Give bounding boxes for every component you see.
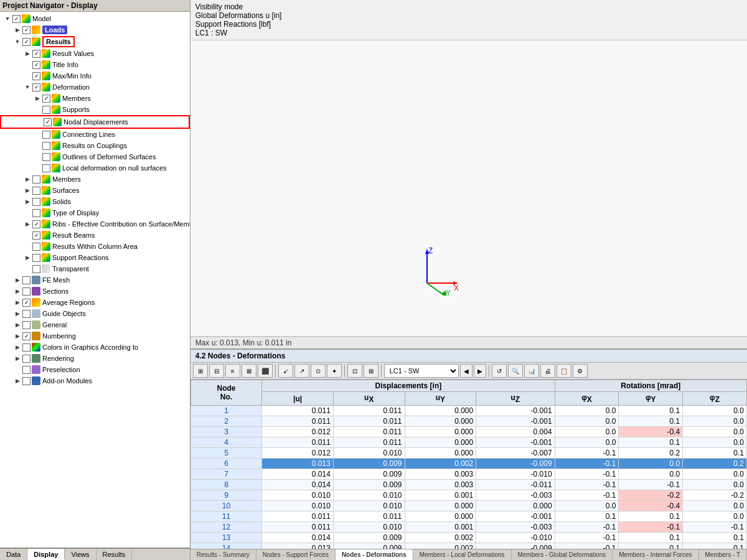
checkbox-guide-objects[interactable]	[22, 310, 31, 318]
nav-prev[interactable]: ◀	[460, 364, 472, 378]
tab-members-internal[interactable]: Members - Internal Forces	[613, 549, 698, 560]
toolbar-btn-settings[interactable]: ⚙	[573, 364, 588, 378]
checkbox-results[interactable]	[22, 38, 31, 46]
nav-next[interactable]: ▶	[474, 364, 486, 378]
checkbox-nodal-disp[interactable]	[44, 118, 52, 126]
tree-item-type-display[interactable]: Type of Display	[0, 207, 190, 218]
toolbar-btn-6[interactable]: ↙	[278, 364, 293, 378]
checkbox-connecting[interactable]	[42, 131, 50, 139]
tree-item-result-beams[interactable]: Result Beams	[0, 230, 190, 241]
table-scroll[interactable]: NodeNo. Displacements [in] Rotations [mr…	[190, 380, 747, 549]
toolbar-btn-5[interactable]: ⬛	[258, 364, 273, 378]
checkbox-transparent[interactable]	[32, 265, 40, 273]
tree-item-result-values[interactable]: ▶ Result Values	[0, 48, 190, 59]
tab-members-global[interactable]: Members - Global Deformations	[512, 549, 613, 560]
table-row[interactable]: 80.0140.0090.003-0.011-0.1-0.10.0	[190, 480, 746, 490]
tree-item-supports[interactable]: Supports	[0, 104, 190, 115]
expand-model[interactable]: ▼	[2, 14, 12, 24]
toolbar-btn-9[interactable]: ✦	[327, 364, 342, 378]
table-row[interactable]: 130.0140.0090.002-0.010-0.10.10.1	[190, 533, 746, 543]
tree-item-connecting-lines[interactable]: Connecting Lines	[0, 129, 190, 140]
tree-item-maxmin[interactable]: Max/Min Info	[0, 70, 190, 82]
expand-numbering[interactable]: ▶	[12, 331, 22, 341]
tree-area[interactable]: ▼ Model ▶ Loads ▼ Results ▶	[0, 12, 190, 548]
toolbar-btn-11[interactable]: ⊞	[364, 364, 378, 378]
checkbox-fe-mesh[interactable]	[22, 276, 31, 284]
tree-item-surfaces[interactable]: ▶ Surfaces	[0, 185, 190, 196]
table-row[interactable]: 30.0120.0110.0000.0040.0-0.40.0	[190, 427, 746, 437]
checkbox-average-regions[interactable]	[22, 299, 31, 307]
checkbox-addon-modules[interactable]	[22, 377, 31, 385]
tab-members-t[interactable]: Members - T	[699, 549, 748, 560]
expand-result-values[interactable]: ▶	[22, 49, 32, 58]
toolbar-btn-8[interactable]: ⊙	[311, 364, 326, 378]
tree-item-results-couplings[interactable]: Results on Couplings	[0, 140, 190, 151]
tree-item-sections[interactable]: ▶ Sections	[0, 286, 190, 297]
tab-members-local[interactable]: Members - Local Deformations	[413, 549, 512, 560]
expand-support-reactions[interactable]: ▶	[22, 253, 32, 263]
checkbox-results-column[interactable]	[32, 243, 40, 251]
footer-tab-display[interactable]: Display	[27, 549, 65, 560]
checkbox-surfaces[interactable]	[32, 187, 40, 195]
tree-item-solids[interactable]: ▶ Solids	[0, 196, 190, 207]
checkbox-result-beams[interactable]	[32, 231, 40, 240]
checkbox-title-info[interactable]	[32, 61, 40, 69]
toolbar-btn-1[interactable]: ⊞	[193, 364, 208, 378]
toolbar-btn-search[interactable]: 🔍	[508, 364, 523, 378]
tree-item-support-reactions[interactable]: ▶ Support Reactions	[0, 252, 190, 263]
checkbox-local-deform[interactable]	[42, 164, 50, 172]
tree-item-guide-objects[interactable]: ▶ Guide Objects	[0, 308, 190, 319]
checkbox-numbering[interactable]	[22, 332, 31, 340]
checkbox-outlines[interactable]	[42, 153, 50, 161]
tree-item-colors-graphics[interactable]: ▶ Colors in Graphics According to	[0, 342, 190, 353]
toolbar-btn-4[interactable]: ⊠	[242, 364, 256, 378]
checkbox-sections[interactable]	[22, 287, 31, 296]
tree-item-ribs[interactable]: ▶ Ribs - Effective Contribution on Surfa…	[0, 218, 190, 230]
tree-item-results[interactable]: ▼ Results	[0, 35, 190, 48]
checkbox-model[interactable]	[12, 15, 21, 23]
checkbox-colors-graphics[interactable]	[22, 343, 31, 352]
table-row[interactable]: 60.0130.0090.002-0.009-0.10.00.2	[190, 459, 746, 469]
footer-tab-data[interactable]: Data	[0, 549, 27, 560]
table-row[interactable]: 40.0110.0110.000-0.0010.00.10.0	[190, 437, 746, 448]
tree-item-local-deform[interactable]: Local deformation on null surfaces	[0, 162, 190, 174]
tree-item-preselection[interactable]: Preselection	[0, 364, 190, 375]
expand-fe-mesh[interactable]: ▶	[12, 275, 22, 285]
tree-item-loads[interactable]: ▶ Loads	[0, 24, 190, 35]
checkbox-type-display[interactable]	[32, 209, 40, 217]
toolbar-btn-export[interactable]: 📊	[524, 364, 539, 378]
tab-nodes-deformations[interactable]: Nodes - Deformations	[336, 549, 413, 560]
toolbar-btn-10[interactable]: ⊡	[347, 364, 362, 378]
table-row[interactable]: 120.0110.0100.001-0.003-0.1-0.1-0.1	[190, 522, 746, 533]
toolbar-btn-3[interactable]: ≡	[225, 364, 240, 378]
checkbox-solids[interactable]	[32, 198, 40, 206]
table-row[interactable]: 110.0110.0110.000-0.0010.10.10.0	[190, 511, 746, 522]
tree-item-rendering[interactable]: ▶ Rendering	[0, 353, 190, 364]
expand-average-regions[interactable]: ▶	[12, 297, 22, 307]
tree-item-outlines-deformed[interactable]: Outlines of Deformed Surfaces	[0, 151, 190, 162]
table-row[interactable]: 140.0130.0090.002-0.009-0.10.10.1	[190, 543, 746, 549]
expand-ribs[interactable]: ▶	[22, 219, 32, 229]
expand-general[interactable]: ▶	[12, 320, 22, 330]
toolbar-btn-reset[interactable]: ↺	[492, 364, 507, 378]
tree-item-numbering[interactable]: ▶ Numbering	[0, 330, 190, 342]
tree-item-general[interactable]: ▶ General	[0, 319, 190, 330]
expand-loads[interactable]: ▶	[12, 25, 22, 35]
table-row[interactable]: 50.0120.0100.000-0.007-0.10.20.1	[190, 448, 746, 459]
tab-results-summary[interactable]: Results - Summary	[190, 549, 256, 560]
toolbar-btn-7[interactable]: ↗	[294, 364, 309, 378]
checkbox-general[interactable]	[22, 321, 31, 329]
tree-item-members-deform[interactable]: ▶ Members	[0, 93, 190, 104]
viewport-3d[interactable]: Z X Y	[190, 40, 747, 337]
tree-item-average-regions[interactable]: ▶ Average Regions	[0, 297, 190, 308]
tree-item-title-info[interactable]: Title Info	[0, 59, 190, 70]
checkbox-maxmin[interactable]	[32, 72, 40, 80]
toolbar-btn-excel[interactable]: 📋	[557, 364, 571, 378]
expand-members-deform[interactable]: ▶	[32, 93, 42, 103]
tree-item-transparent[interactable]: Transparent	[0, 263, 190, 274]
expand-deformation[interactable]: ▼	[22, 82, 32, 92]
checkbox-ribs[interactable]	[32, 220, 40, 228]
expand-surfaces[interactable]: ▶	[22, 185, 32, 195]
footer-tab-views[interactable]: Views	[65, 549, 96, 560]
tree-item-model[interactable]: ▼ Model	[0, 13, 190, 24]
